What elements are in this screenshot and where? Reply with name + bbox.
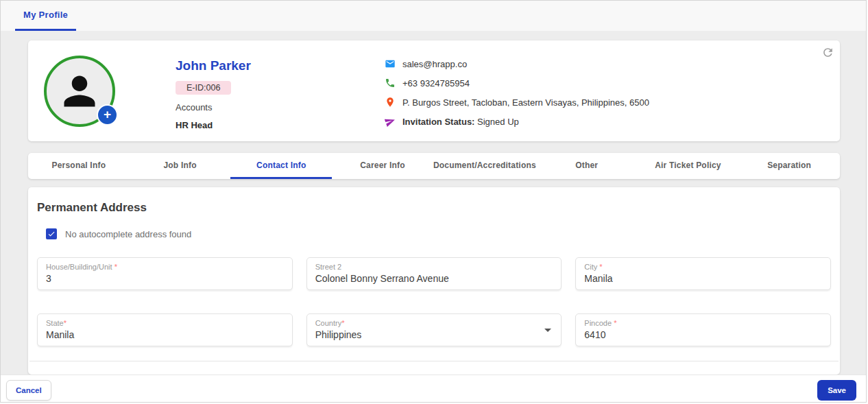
tab-contact-info[interactable]: Contact Info [230,153,332,179]
department-label: Accounts [176,102,251,112]
employee-id-badge: E-ID:006 [176,81,231,95]
house-building-unit-field[interactable]: House/Building/Unit * 3 [37,257,293,290]
tab-label: Separation [767,161,811,170]
person-icon [59,71,100,112]
employee-name: John Parker [176,58,251,73]
invitation-status-label: Invitation Status: [402,117,474,127]
field-value: Manila [46,329,284,340]
save-button[interactable]: Save [817,380,856,401]
autocomplete-checkbox-row[interactable]: No autocomplete address found [46,228,831,239]
tab-job-info[interactable]: Job Info [130,153,231,179]
avatar[interactable]: + [44,56,115,127]
email-value: sales@hrapp.co [402,59,467,69]
field-label: Pincode * [584,319,822,327]
checkmark-icon [47,230,56,238]
tab-document-accreditations[interactable]: Document/Accreditations [433,153,536,179]
autocomplete-checkbox-label: No autocomplete address found [65,229,191,239]
permanent-address-card: Permanent Address No autocomplete addres… [28,187,840,375]
tab-label: Personal Info [52,161,106,170]
section-heading: Permanent Address [37,201,831,215]
street-2-field[interactable]: Street 2 Colonel Bonny Serrano Avenue [306,257,562,290]
dropdown-arrow-icon[interactable] [544,329,551,332]
section-divider [29,361,839,361]
required-asterisk: * [597,263,602,271]
profile-card: + John Parker E-ID:006 Accounts HR Head … [28,40,840,141]
required-asterisk: * [112,263,117,271]
pincode-field[interactable]: Pincode * 6410 [575,313,831,346]
tab-label: Career Info [360,161,405,170]
main-content: + John Parker E-ID:006 Accounts HR Head … [1,31,866,375]
state-field[interactable]: State* Manila [37,313,293,346]
address-row: P. Burgos Street, Tacloban, Eastern Visa… [385,97,649,108]
field-label: House/Building/Unit * [46,263,284,271]
invitation-status-row: Invitation Status: Signed Up [385,116,649,127]
cancel-button[interactable]: Cancel [6,380,51,401]
designation-label: HR Head [176,120,251,130]
phone-value: +63 9324785954 [402,78,470,88]
field-value: Manila [584,273,822,284]
field-value: Colonel Bonny Serrano Avenue [315,273,553,284]
tab-personal-info[interactable]: Personal Info [28,153,130,179]
city-field[interactable]: City * Manila [575,257,831,290]
address-fields-grid: House/Building/Unit * 3 Street 2 Colonel… [37,257,831,346]
required-asterisk: * [341,319,344,327]
contact-details: sales@hrapp.co +63 9324785954 P. Burgos … [385,58,649,127]
address-value: P. Burgos Street, Tacloban, Eastern Visa… [402,97,649,108]
tab-other[interactable]: Other [536,153,638,179]
identity-block: John Parker E-ID:006 Accounts HR Head [176,40,251,141]
email-row: sales@hrapp.co [385,58,649,69]
tab-separation[interactable]: Separation [738,153,840,179]
required-asterisk: * [64,319,67,327]
tab-label: Air Ticket Policy [655,161,721,170]
required-asterisk: * [612,319,616,327]
email-icon [385,58,396,69]
invitation-status-value: Signed Up [474,117,518,127]
tab-label: Job Info [163,161,196,170]
add-photo-button[interactable]: + [97,104,118,126]
field-value: Philippines [315,329,553,340]
location-icon [385,97,396,108]
tab-label: Contact Info [256,161,306,170]
field-label: City * [584,263,822,271]
add-photo-icon: + [104,107,111,122]
profile-tabs: Personal Info Job Info Contact Info Care… [28,153,840,179]
invitation-status-text: Invitation Status: Signed Up [402,117,519,127]
tab-career-info[interactable]: Career Info [332,153,433,179]
field-value: 6410 [584,329,822,340]
country-select[interactable]: Country* Philippines [306,313,562,346]
refresh-icon[interactable] [821,46,834,61]
top-tab-bar: My Profile [1,1,866,31]
phone-row: +63 9324785954 [385,78,649,88]
my-profile-tab-label: My Profile [23,10,68,20]
field-label: State* [46,319,284,327]
field-value: 3 [46,273,284,284]
field-label: Street 2 [315,263,553,271]
autocomplete-checkbox[interactable] [46,228,57,239]
tab-label: Other [575,161,598,170]
tab-label: Document/Accreditations [433,161,536,170]
phone-icon [385,78,396,88]
action-footer: Cancel Save [1,375,866,403]
refresh-icon-glyph [821,46,834,59]
tab-air-ticket-policy[interactable]: Air Ticket Policy [638,153,739,179]
send-icon [385,116,396,127]
app-window: My Profile + John Park [0,0,867,403]
tab-my-profile[interactable]: My Profile [15,1,76,31]
field-label: Country* [315,319,553,327]
